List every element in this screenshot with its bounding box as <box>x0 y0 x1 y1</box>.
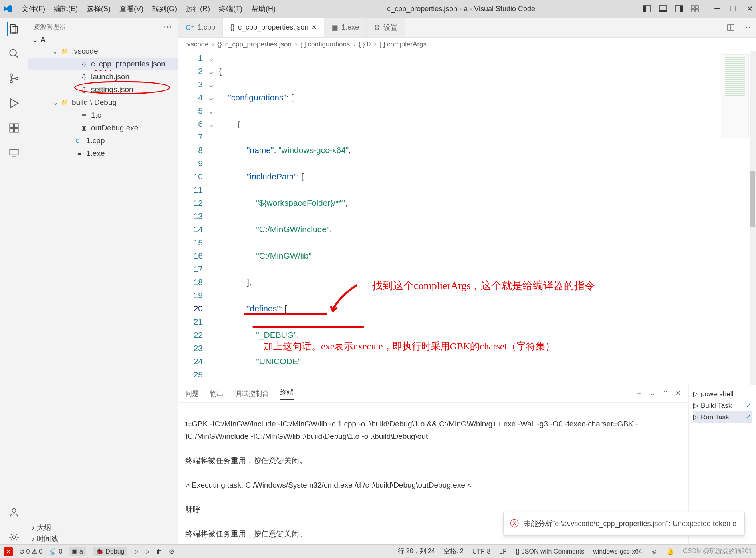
error-toast[interactable]: ⓧ 未能分析"e:\a\.vscode\c_cpp_properties.jso… <box>503 512 745 536</box>
feedback-icon[interactable]: ☺ <box>651 548 657 555</box>
port-icon[interactable]: 📡 0 <box>49 548 62 555</box>
crumb[interactable]: [ ] compilerArgs <box>379 40 427 48</box>
menu-view[interactable]: 查看(V) <box>115 2 147 15</box>
file-tree: ⌄📁.vscode {}c_cpp_properties.json {}laun… <box>28 45 178 160</box>
term-line: 呀呼 <box>185 505 200 514</box>
new-terminal-icon[interactable]: ＋ <box>636 389 643 398</box>
account-icon[interactable] <box>7 505 21 520</box>
close-icon[interactable]: ✕ <box>747 4 753 13</box>
maximize-panel-icon[interactable]: ⌃ <box>663 389 668 398</box>
tab-1cpp[interactable]: C⁺1.cpp <box>178 18 223 37</box>
eol-status[interactable]: LF <box>499 548 507 555</box>
close-panel-icon[interactable]: ✕ <box>675 389 681 398</box>
layout-right-icon[interactable] <box>675 4 683 13</box>
panel-tab-problems[interactable]: 问题 <box>185 389 199 398</box>
cpp-icon: C⁺ <box>75 137 83 145</box>
status-trash-icon[interactable]: 🗑 <box>156 548 163 555</box>
panel-tab-debug[interactable]: 调试控制台 <box>235 389 269 398</box>
crumb[interactable]: { } 0 <box>359 40 371 48</box>
terminal-dropdown-icon[interactable]: ⌄ <box>650 389 655 398</box>
scrollbar-thumb[interactable] <box>750 171 755 227</box>
menu-terminal[interactable]: 终端(T) <box>215 2 246 15</box>
menu-run[interactable]: 运行(R) <box>182 2 214 15</box>
status-play-icon[interactable]: ▷ <box>145 548 150 555</box>
workspace-section[interactable]: ⌄ A <box>28 34 178 45</box>
menu-help[interactable]: 帮助(H) <box>247 2 280 15</box>
tab-label: 设置 <box>383 23 398 32</box>
remote-indicator[interactable]: ✕ <box>4 547 13 556</box>
breadcrumbs[interactable]: .vscode› {}c_cpp_properties.json› [ ] co… <box>178 38 756 51</box>
folder-vscode[interactable]: ⌄📁.vscode <box>28 45 178 58</box>
term-line: 终端将被任务重用，按任意键关闭。 <box>185 530 307 538</box>
terminal-item-build[interactable]: ▷Build Task✓ <box>693 400 752 411</box>
explorer-icon[interactable] <box>7 22 21 36</box>
timeline-label: 时间线 <box>37 534 58 544</box>
terminal-item-run[interactable]: ▷Run Task✓ <box>693 411 752 423</box>
split-editor-icon[interactable] <box>727 24 735 32</box>
crumb[interactable]: c_cpp_properties.json <box>225 40 292 48</box>
panel-tab-terminal[interactable]: 终端 <box>280 388 294 400</box>
tab-settings[interactable]: ⚙设置 <box>367 18 405 37</box>
file-outdebug[interactable]: ▣outDebug.exe <box>28 122 178 134</box>
kit-status[interactable]: windows-gcc-x64 <box>593 548 642 555</box>
status-debug[interactable]: 🐞 Debug <box>93 547 128 556</box>
status-build-icon[interactable]: ▷ <box>134 548 139 555</box>
exe-icon: ▣ <box>75 149 83 157</box>
tab-1exe[interactable]: ▣1.exe <box>324 18 367 37</box>
folder-build[interactable]: ⌄📁build \ Debug <box>28 96 178 109</box>
tab-cprops[interactable]: {}c_cpp_properties.json✕ <box>223 18 324 37</box>
file-label: 1.exe <box>86 147 105 160</box>
more-actions-icon[interactable]: ⋯ <box>163 22 172 32</box>
editor-tabs: C⁺1.cpp {}c_cpp_properties.json✕ ▣1.exe … <box>178 18 756 38</box>
close-tab-icon[interactable]: ✕ <box>312 24 317 31</box>
crumb[interactable]: [ ] configurations <box>300 40 350 48</box>
file-settings[interactable]: {}settings.json <box>28 83 178 96</box>
svg-rect-9 <box>695 9 698 12</box>
status-a[interactable]: ▣ a <box>69 547 86 556</box>
run-debug-icon[interactable] <box>7 96 21 110</box>
language-status[interactable]: {} JSON with Comments <box>516 548 585 555</box>
layout-left-icon[interactable] <box>643 4 651 13</box>
vertical-scrollbar[interactable] <box>750 51 756 385</box>
extensions-icon[interactable] <box>7 121 21 135</box>
layout-bottom-icon[interactable] <box>659 4 667 13</box>
indent-status[interactable]: 空格: 2 <box>444 547 464 556</box>
search-icon[interactable] <box>7 46 21 61</box>
line-gutter: 1234567891011121314151617181920212223242… <box>178 51 208 385</box>
menu-select[interactable]: 选择(S) <box>83 2 115 15</box>
encoding-status[interactable]: UTF-8 <box>472 548 490 555</box>
minimap[interactable] <box>721 54 749 138</box>
term-line: > Executing task: C:/Windows/System32/cm… <box>185 481 472 489</box>
customize-layout-icon[interactable] <box>691 4 699 13</box>
code-content[interactable]: { "configurations": [ { "name": "windows… <box>216 51 756 385</box>
file-1o[interactable]: ▤1.o <box>28 109 178 122</box>
menu-goto[interactable]: 转到(G) <box>148 2 181 15</box>
status-stop-icon[interactable]: ⊘ <box>169 548 174 555</box>
code-editor[interactable]: 1234567891011121314151617181920212223242… <box>178 51 756 385</box>
source-control-icon[interactable] <box>7 71 21 86</box>
svg-rect-15 <box>14 124 18 128</box>
terminal-icon: ▷ <box>693 413 698 421</box>
menu-file[interactable]: 文件(F) <box>18 2 49 15</box>
panel-tab-output[interactable]: 输出 <box>210 389 224 398</box>
file-1exe[interactable]: ▣1.exe <box>28 147 178 160</box>
maximize-icon[interactable]: ☐ <box>730 4 736 13</box>
error-count[interactable]: ⊘ 0 ⚠ 0 <box>19 548 42 555</box>
menu-edit[interactable]: 编辑(E) <box>50 2 82 15</box>
workspace-name: A <box>40 36 46 44</box>
exe-icon: ▣ <box>80 124 88 132</box>
file-1cpp[interactable]: C⁺1.cpp <box>28 134 178 147</box>
more-tab-actions-icon[interactable]: ⋯ <box>743 23 750 32</box>
cursor-position[interactable]: 行 20，列 24 <box>398 547 435 556</box>
outline-section[interactable]: › 大纲 <box>28 522 178 533</box>
crumb[interactable]: .vscode <box>185 40 209 48</box>
bell-icon[interactable]: 🔔 <box>666 548 674 555</box>
minimize-icon[interactable]: ─ <box>714 4 720 13</box>
remote-icon[interactable] <box>7 145 21 160</box>
fold-column[interactable]: ⌄⌄⌄⌄⌄⌄ <box>208 51 216 385</box>
toast-message: 未能分析"e:\a\.vscode\c_cpp_properties.json"… <box>524 519 736 528</box>
terminal-item-powershell[interactable]: ▷powershell <box>693 388 752 400</box>
file-cprops[interactable]: {}c_cpp_properties.json <box>28 58 178 70</box>
settings-gear-icon[interactable] <box>7 530 21 544</box>
timeline-section[interactable]: › 时间线 <box>28 533 178 544</box>
